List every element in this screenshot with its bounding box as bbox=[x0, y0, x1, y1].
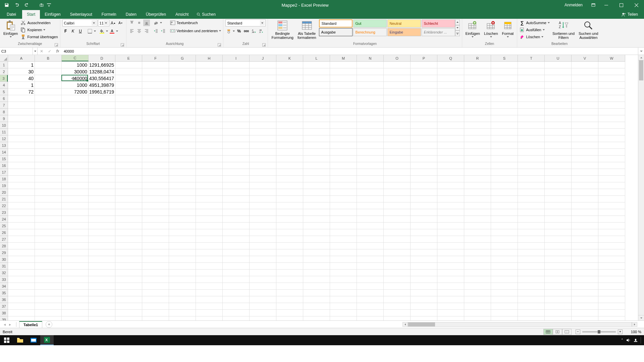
cell[interactable] bbox=[196, 88, 223, 95]
cell[interactable] bbox=[276, 68, 303, 75]
cell[interactable] bbox=[169, 276, 196, 283]
underline-button[interactable]: U bbox=[77, 28, 84, 35]
qat-customize-button[interactable] bbox=[47, 1, 51, 9]
cell[interactable] bbox=[223, 129, 250, 135]
cell[interactable] bbox=[169, 75, 196, 82]
cell[interactable] bbox=[572, 296, 598, 303]
cell[interactable] bbox=[545, 142, 572, 149]
cell[interactable] bbox=[384, 290, 411, 296]
cell[interactable] bbox=[518, 296, 545, 303]
page-break-view-button[interactable] bbox=[562, 329, 572, 335]
align-right-button[interactable] bbox=[143, 27, 150, 34]
cell[interactable] bbox=[303, 135, 330, 142]
cell[interactable] bbox=[330, 169, 357, 176]
cell[interactable] bbox=[411, 182, 437, 189]
cell[interactable] bbox=[62, 135, 89, 142]
cell[interactable] bbox=[35, 276, 62, 283]
cell[interactable] bbox=[35, 202, 62, 209]
sheet-nav-prev[interactable]: ▸ bbox=[7, 322, 13, 327]
cell[interactable] bbox=[437, 196, 464, 202]
cell[interactable] bbox=[598, 129, 625, 135]
cell[interactable] bbox=[598, 243, 625, 249]
style-neutral[interactable]: Neutral bbox=[387, 19, 421, 27]
cell[interactable] bbox=[437, 202, 464, 209]
taskbar-app[interactable] bbox=[27, 335, 40, 345]
cell[interactable] bbox=[411, 256, 437, 263]
cell[interactable] bbox=[142, 243, 169, 249]
cell[interactable] bbox=[142, 109, 169, 115]
cell[interactable] bbox=[250, 68, 276, 75]
tab-home[interactable]: Start bbox=[22, 10, 40, 19]
cell[interactable] bbox=[115, 263, 142, 269]
cell[interactable] bbox=[518, 176, 545, 182]
cell[interactable] bbox=[223, 229, 250, 236]
cell[interactable] bbox=[250, 310, 276, 316]
cell[interactable] bbox=[276, 296, 303, 303]
row-header[interactable]: 14 bbox=[0, 149, 8, 156]
cell[interactable] bbox=[411, 276, 437, 283]
cell[interactable] bbox=[196, 283, 223, 290]
cell[interactable] bbox=[196, 256, 223, 263]
cell[interactable] bbox=[303, 263, 330, 269]
cell[interactable] bbox=[8, 162, 35, 169]
cell[interactable] bbox=[464, 310, 491, 316]
cell[interactable] bbox=[223, 223, 250, 229]
cell[interactable] bbox=[115, 249, 142, 256]
formula-bar-expand[interactable] bbox=[638, 48, 644, 55]
row-header[interactable]: 19 bbox=[0, 182, 8, 189]
show-desktop-button[interactable] bbox=[641, 337, 643, 344]
cell[interactable] bbox=[437, 269, 464, 276]
cell[interactable] bbox=[357, 109, 384, 115]
cell[interactable] bbox=[196, 209, 223, 216]
cell[interactable] bbox=[330, 316, 357, 320]
cell[interactable] bbox=[357, 236, 384, 243]
cell[interactable] bbox=[196, 75, 223, 82]
cell[interactable] bbox=[62, 216, 89, 223]
cell[interactable] bbox=[169, 283, 196, 290]
cell[interactable] bbox=[545, 176, 572, 182]
cell[interactable] bbox=[223, 296, 250, 303]
cell[interactable] bbox=[572, 109, 598, 115]
cell[interactable] bbox=[464, 135, 491, 142]
cell[interactable] bbox=[464, 95, 491, 102]
cell[interactable] bbox=[464, 75, 491, 82]
cell[interactable] bbox=[330, 75, 357, 82]
cell[interactable] bbox=[276, 122, 303, 129]
cell[interactable] bbox=[572, 62, 598, 68]
cell[interactable] bbox=[572, 189, 598, 196]
cell[interactable] bbox=[115, 296, 142, 303]
align-left-button[interactable] bbox=[128, 27, 135, 34]
cell[interactable] bbox=[35, 82, 62, 88]
cell[interactable] bbox=[384, 95, 411, 102]
cell[interactable] bbox=[598, 209, 625, 216]
cell[interactable] bbox=[89, 229, 115, 236]
cell[interactable] bbox=[330, 202, 357, 209]
cell[interactable] bbox=[169, 95, 196, 102]
cell[interactable] bbox=[384, 249, 411, 256]
cell[interactable] bbox=[545, 316, 572, 320]
tab-layout[interactable]: Seitenlayout bbox=[65, 10, 97, 19]
cell[interactable] bbox=[196, 216, 223, 223]
cell[interactable] bbox=[115, 310, 142, 316]
column-header[interactable]: N bbox=[357, 55, 384, 61]
cell[interactable] bbox=[464, 88, 491, 95]
decrease-indent-button[interactable] bbox=[153, 27, 159, 34]
cell[interactable] bbox=[169, 142, 196, 149]
name-box[interactable]: C3 bbox=[0, 48, 33, 55]
insert-function-button[interactable]: fx bbox=[54, 48, 62, 55]
cell[interactable] bbox=[8, 149, 35, 156]
cell[interactable] bbox=[8, 216, 35, 223]
cell[interactable] bbox=[384, 62, 411, 68]
cell[interactable] bbox=[357, 149, 384, 156]
cell[interactable] bbox=[357, 162, 384, 169]
cell[interactable] bbox=[491, 229, 518, 236]
align-middle-button[interactable] bbox=[136, 19, 143, 26]
cell[interactable] bbox=[62, 223, 89, 229]
cell[interactable] bbox=[598, 182, 625, 189]
cell[interactable] bbox=[276, 223, 303, 229]
cell[interactable] bbox=[89, 303, 115, 310]
cell[interactable] bbox=[8, 276, 35, 283]
cell[interactable] bbox=[223, 115, 250, 122]
find-select-button[interactable]: Suchen und Auswählen bbox=[577, 19, 600, 40]
column-header[interactable]: A bbox=[8, 55, 35, 61]
